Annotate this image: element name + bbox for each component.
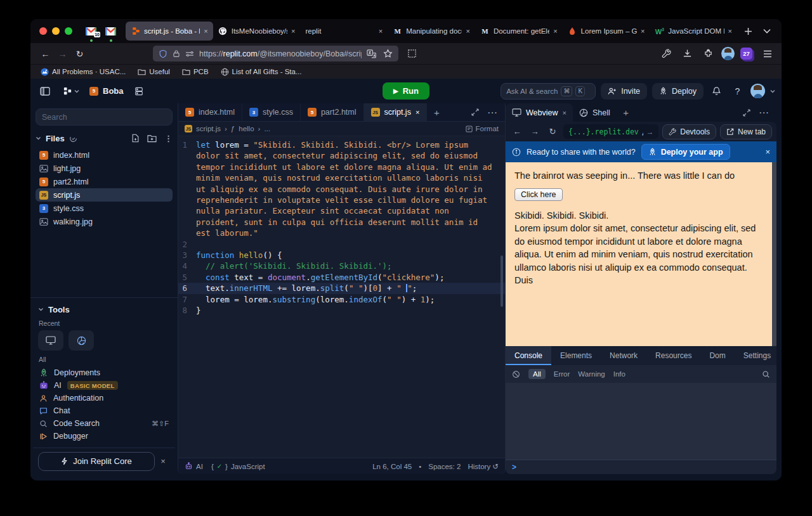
click-here-button[interactable]: Click here (514, 188, 563, 201)
repl-name[interactable]: 5 Boba (89, 86, 124, 96)
list-all-tabs-button[interactable] (759, 23, 775, 39)
browser-tab[interactable]: ItsMeNoobieboy/ski× (213, 22, 301, 41)
file-item-script.js[interactable]: JSscript.js (36, 188, 173, 202)
language-indicator[interactable]: {✓} JavaScript (211, 463, 265, 470)
run-button[interactable]: ▶ Run (383, 82, 429, 100)
help-icon[interactable]: ? (730, 83, 745, 99)
extensions-icon[interactable] (700, 46, 716, 61)
editor-tab-style.css[interactable]: 3style.css (242, 103, 301, 121)
new-editor-tab-button[interactable]: + (427, 103, 446, 121)
open-new-tab-button[interactable]: New tab (720, 124, 772, 139)
tool-item-code-search[interactable]: Code Search⌘⇧F (38, 417, 170, 430)
new-tab-button[interactable] (740, 23, 756, 39)
url-bar[interactable]: https://replit.com/@itsmenoobieboy/Boba#… (153, 46, 398, 61)
browser-tab[interactable]: MDocument: getElem× (475, 22, 563, 41)
tab-webview[interactable]: Webview × (506, 103, 573, 122)
notifications-bell-icon[interactable] (709, 83, 724, 99)
editor-tab-index.html[interactable]: 5index.html (178, 103, 242, 121)
console-filter-error[interactable]: Error (554, 370, 570, 378)
forward-button[interactable]: → (54, 46, 71, 61)
devtools-tab-console[interactable]: Console (506, 346, 551, 365)
recent-webview-button[interactable] (38, 330, 63, 351)
clear-console-icon[interactable] (512, 370, 520, 378)
close-tab-icon[interactable]: × (204, 27, 207, 35)
downloads-icon[interactable] (679, 46, 695, 61)
save-status-icon[interactable] (131, 83, 147, 99)
dismiss-join-core-icon[interactable]: × (155, 456, 171, 466)
reload-button[interactable]: ↻ (71, 46, 88, 61)
maximize-window-button[interactable] (65, 27, 72, 35)
browser-tab[interactable]: replit× (300, 22, 388, 41)
close-tab-icon[interactable]: × (466, 27, 469, 35)
developer-tools-wrench-icon[interactable] (658, 46, 674, 61)
code-editor[interactable]: 1let lorem = "Skibidi. Skibidi. Skibidi.… (178, 136, 505, 458)
console-filter-info[interactable]: Info (613, 370, 625, 378)
invite-button[interactable]: Invite (601, 83, 647, 100)
devtools-button[interactable]: Devtools (662, 124, 716, 139)
join-replit-core-button[interactable]: Join Replit Core (38, 452, 155, 471)
console-output[interactable] (506, 383, 776, 460)
menu-hamburger-icon[interactable] (760, 46, 775, 61)
browser-tab[interactable]: script.js - Boba - Re× (126, 22, 213, 41)
pinned-tab[interactable]: 10 (82, 22, 100, 41)
close-tab-icon[interactable]: × (291, 27, 295, 35)
bookmark-item[interactable]: All Problems · USAC... (41, 68, 126, 76)
file-item-walking.jpg[interactable]: walking.jpg (36, 215, 173, 228)
screenshot-tool-icon[interactable] (405, 46, 420, 61)
avatar-chevron-icon[interactable] (770, 89, 775, 93)
file-item-light.jpg[interactable]: light.jpg (36, 162, 173, 175)
browser-tab[interactable]: W3JavaScript DOM HT× (650, 22, 737, 41)
editor-tab-part2.html[interactable]: 5part2.html (301, 103, 364, 121)
new-folder-icon[interactable] (147, 134, 157, 143)
close-editor-tab-icon[interactable]: × (416, 108, 419, 116)
close-window-button[interactable] (39, 27, 47, 35)
devtools-tab-dom[interactable]: Dom (700, 346, 734, 365)
editor-scrollbar[interactable] (501, 255, 503, 307)
close-tab-icon[interactable]: × (641, 27, 645, 35)
close-tab-icon[interactable]: × (379, 27, 383, 35)
tool-item-deployments[interactable]: Deployments (38, 366, 170, 379)
webview-back-button[interactable]: ← (510, 125, 524, 139)
tools-section-header[interactable]: Tools (38, 300, 170, 318)
webview-forward-button[interactable]: → (528, 125, 542, 139)
pane-menu-icon[interactable]: ⋯ (759, 106, 769, 119)
close-webview-tab-icon[interactable]: × (562, 109, 566, 117)
back-button[interactable]: ← (37, 46, 54, 61)
files-section-header[interactable]: Files ⋮ (36, 128, 173, 148)
breadcrumb-symbol[interactable]: hello (239, 125, 254, 132)
devtools-tab-elements[interactable]: Elements (551, 346, 601, 365)
recent-shell-button[interactable] (69, 330, 94, 351)
tool-item-authentication[interactable]: Authentication (38, 392, 170, 404)
devtools-tab-network[interactable]: Network (601, 346, 646, 365)
console-filter-all[interactable]: All (528, 369, 546, 379)
ask-ai-search-input[interactable]: Ask AI & search ⌘ K (501, 83, 596, 100)
translate-icon[interactable] (367, 49, 376, 58)
new-file-icon[interactable] (131, 134, 140, 143)
history-button[interactable]: History ↺ (468, 462, 499, 471)
bookmark-item[interactable]: List of All Gifts - Sta... (221, 68, 302, 76)
bookmark-item[interactable]: Useful (138, 68, 170, 75)
format-button[interactable]: Format (466, 125, 499, 132)
file-item-part2.html[interactable]: 5part2.html (36, 175, 173, 188)
file-search-input[interactable]: Search (36, 108, 173, 126)
ai-status[interactable]: AI (185, 462, 203, 470)
deploy-button[interactable]: Deploy (652, 83, 704, 100)
bookmark-star-icon[interactable] (383, 49, 393, 58)
tool-item-chat[interactable]: Chat (38, 404, 170, 417)
devtools-tab-settings[interactable]: Settings (735, 346, 776, 365)
console-prompt[interactable]: > (506, 460, 776, 474)
tool-item-ai[interactable]: AIBASIC MODEL (38, 379, 170, 392)
extension-badge[interactable]: 27 (740, 48, 752, 60)
tab-shell[interactable]: Shell (573, 103, 617, 122)
new-pane-tab-button[interactable]: + (617, 103, 636, 122)
console-search-icon[interactable] (762, 370, 770, 378)
minimize-window-button[interactable] (52, 27, 60, 35)
expand-pane-icon[interactable] (743, 109, 750, 117)
webview-scrollbar[interactable] (772, 162, 776, 346)
browser-tab[interactable]: Lorem Ipsum – Gen× (563, 22, 650, 41)
browser-tab[interactable]: MManipulating docum× (388, 22, 475, 41)
webview-reload-button[interactable]: ↻ (546, 125, 560, 139)
breadcrumb-file[interactable]: script.js (196, 125, 221, 132)
pinned-tab[interactable] (102, 22, 119, 41)
lock-icon[interactable] (173, 49, 180, 58)
